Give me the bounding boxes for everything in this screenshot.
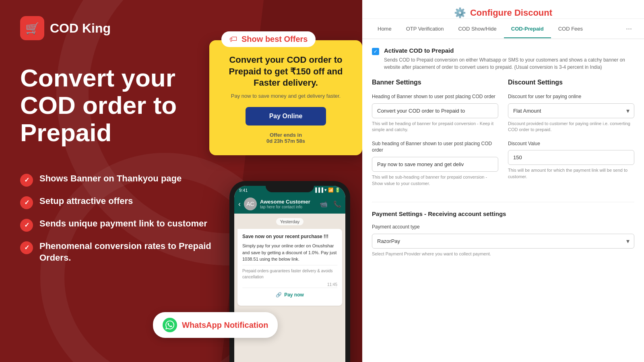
discount-type-select-wrapper: Flat Amount Percentage: [508, 103, 634, 118]
offer-subtitle: Pay now to save money and get delivery f…: [221, 93, 350, 99]
offer-badge-icon: 🏷: [229, 35, 237, 44]
wa-contact-name: Awesome Customer: [260, 199, 316, 205]
nav-more-icon[interactable]: ···: [622, 19, 636, 39]
feature-text-4: Phenomenal conversion rates to Prepaid O…: [39, 241, 229, 263]
offer-badge-text: Show best Offers: [242, 35, 308, 44]
discount-value-label: Discount Value: [508, 140, 634, 147]
banner-settings-col: Banner Settings Heading of Banner shown …: [372, 79, 498, 194]
phone-signal: ▐▐▐ ▾ 📶 🔋: [314, 187, 341, 193]
heading-hint: This will be heading of banner for prepa…: [372, 121, 498, 133]
activate-label: Activate COD to Prepaid: [384, 47, 634, 54]
wa-message-bubble: Save now on your recent purchase !!! Sim…: [237, 229, 342, 306]
wa-contact-info: Awesome Customer tap here for contact in…: [260, 199, 316, 209]
discount-settings-title: Discount Settings: [508, 79, 634, 86]
wa-back-icon[interactable]: ‹: [238, 200, 241, 208]
wa-msg-title: Save now on your recent purchase !!!: [242, 233, 337, 240]
wa-msg-time: 11:45: [242, 282, 337, 288]
wa-date-badge: Yesterday: [234, 218, 345, 225]
tab-cod-fees[interactable]: COD Fees: [551, 20, 590, 38]
wa-video-icon[interactable]: 📹: [320, 200, 328, 208]
check-icon-1: ✓: [20, 174, 33, 187]
heading-input[interactable]: [372, 103, 498, 118]
subheading-label: Sub heading of Banner shown to user post…: [372, 140, 498, 154]
banner-settings-title: Banner Settings: [372, 79, 498, 86]
phone-notch: [266, 181, 314, 192]
tab-cod-show-hide[interactable]: COD Show/Hide: [451, 20, 504, 38]
wa-avatar: AC: [244, 197, 257, 210]
payment-account-hint: Select Payment Provider where you want t…: [372, 251, 634, 257]
payment-settings-section: Payment Settings - Receiving account set…: [372, 210, 634, 257]
whatsapp-badge: WhatsApp Notification: [153, 312, 278, 338]
activate-desc: Sends COD to Prepaid conversion on eithe…: [384, 56, 634, 71]
check-icon-3: ✓: [20, 219, 33, 232]
wa-date-text: Yesterday: [276, 218, 304, 225]
offer-ends-text: Offer ends in: [221, 132, 350, 138]
payment-account-group: Payment account type RazorPay Stripe Pay…: [372, 224, 634, 257]
activate-checkbox[interactable]: ✓: [372, 48, 379, 55]
tab-home[interactable]: Home: [370, 20, 399, 38]
payment-account-label: Payment account type: [372, 224, 634, 230]
left-panel: 🛒 COD King Convert your COD order to Pre…: [0, 0, 362, 362]
feature-text-3: Sends unique payment link to customer: [39, 218, 207, 230]
whatsapp-badge-text: WhatsApp Notification: [182, 321, 268, 330]
discount-type-hint: Discount provided to customer for paying…: [508, 121, 634, 133]
wa-pay-button[interactable]: 🔗 Pay now: [242, 288, 337, 302]
logo-area: 🛒 COD King: [20, 16, 111, 40]
tab-cod-prepaid[interactable]: COD-Prepaid: [504, 20, 551, 38]
feature-item-1: ✓ Shows Banner on Thankyou page: [20, 173, 229, 187]
discount-value-group: Discount Value This will be amount for w…: [508, 140, 634, 180]
offer-ends-label: Offer ends in 0d 23h 57m 58s: [221, 132, 350, 144]
offer-title: Convert your COD order to Prepaid to get…: [221, 54, 350, 89]
wa-msg-body: Simply pay for your online order on Onus…: [242, 243, 337, 263]
right-panel: ⚙️ Configure Discount Home OTP Verificat…: [362, 0, 644, 362]
wa-call-icon[interactable]: 📞: [333, 200, 341, 208]
check-icon-4: ✓: [20, 241, 33, 254]
payment-section-title: Payment Settings - Receiving account set…: [372, 210, 634, 217]
subheading-field-group: Sub heading of Banner shown to user post…: [372, 140, 498, 187]
feature-text-1: Shows Banner on Thankyou page: [39, 173, 182, 185]
config-title: Configure Discount: [470, 8, 552, 18]
wa-header: ‹ AC Awesome Customer tap here for conta…: [234, 194, 345, 214]
nav-tabs: Home OTP Verification COD Show/Hide COD-…: [362, 19, 644, 39]
feature-item-3: ✓ Sends unique payment link to customer: [20, 218, 229, 232]
discount-value-input[interactable]: [508, 150, 634, 165]
pay-online-button[interactable]: Pay Online: [246, 107, 326, 125]
feature-item-4: ✓ Phenomenal conversion rates to Prepaid…: [20, 241, 229, 263]
settings-divider: [372, 202, 634, 202]
wa-contact-sub: tap here for contact info: [260, 205, 316, 209]
heading-field-group: Heading of Banner shown to user post pla…: [372, 93, 498, 133]
discount-type-select[interactable]: Flat Amount Percentage: [508, 103, 634, 118]
wa-pay-link-icon: 🔗: [276, 291, 282, 298]
activate-info: Activate COD to Prepaid Sends COD to Pre…: [384, 47, 634, 71]
activate-row: ✓ Activate COD to Prepaid Sends COD to P…: [372, 47, 634, 71]
check-icon-2: ✓: [20, 196, 33, 209]
feature-text-2: Setup attractive offers: [39, 195, 133, 207]
subheading-hint: This will be sub-heading of banner for p…: [372, 174, 498, 187]
hero-heading: Convert your COD order to Prepaid: [20, 64, 229, 147]
tab-otp[interactable]: OTP Verification: [399, 20, 451, 38]
phone-time: 9:41: [239, 188, 248, 193]
feature-item-2: ✓ Setup attractive offers: [20, 195, 229, 209]
wa-action-icons: 📹 📞: [320, 200, 341, 208]
config-icon: ⚙️: [454, 7, 466, 19]
discount-type-group: Discount for user for paying online Flat…: [508, 93, 634, 133]
heading-label: Heading of Banner shown to user post pla…: [372, 93, 498, 100]
payment-account-select-wrapper: RazorPay Stripe PayU: [372, 234, 634, 249]
offer-countdown: 0d 23h 57m 58s: [221, 138, 350, 144]
subheading-input[interactable]: [372, 157, 498, 172]
wa-pay-label: Pay now: [284, 291, 304, 298]
features-list: ✓ Shows Banner on Thankyou page ✓ Setup …: [20, 173, 229, 272]
offer-popup: 🏷 Show best Offers Convert your COD orde…: [209, 40, 362, 155]
discount-user-label: Discount for user for paying online: [508, 93, 634, 100]
logo-text: COD King: [50, 21, 111, 36]
settings-two-col: Banner Settings Heading of Banner shown …: [372, 79, 634, 194]
payment-account-select[interactable]: RazorPay Stripe PayU: [372, 234, 634, 249]
logo-icon: 🛒: [20, 16, 44, 40]
discount-value-hint: This will be amount for which the paymen…: [508, 167, 634, 180]
content-area: ✓ Activate COD to Prepaid Sends COD to P…: [362, 39, 644, 272]
logo-emoji: 🛒: [25, 22, 39, 35]
config-header: ⚙️ Configure Discount: [362, 0, 644, 19]
wa-msg-prepaid: Prepaid orders guarantees faster deliver…: [242, 265, 337, 280]
offer-badge: 🏷 Show best Offers: [221, 31, 316, 47]
whatsapp-icon: [163, 318, 177, 332]
